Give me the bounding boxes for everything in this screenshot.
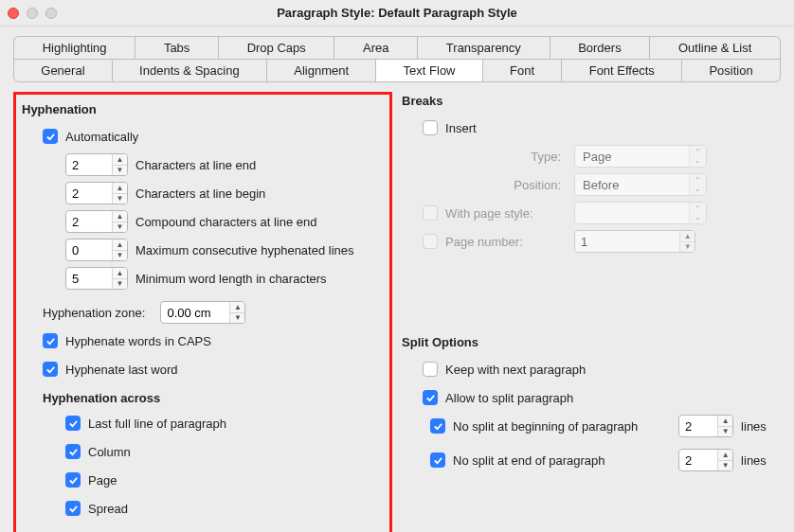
chars-line-end-spinner[interactable]: ▲▼ [65,153,128,176]
break-type-label: Type: [445,150,567,164]
hyphenation-across-heading: Hyphenation across [22,391,384,405]
step-up-icon[interactable]: ▲ [680,231,695,242]
keep-with-next-label: Keep with next paragraph [445,363,586,377]
across-page-label: Page [88,473,117,488]
step-up-icon[interactable]: ▲ [113,239,127,251]
with-page-style-label: With page style: [445,206,567,221]
compound-chars-label: Compound characters at line end [135,215,317,229]
across-spread-checkbox[interactable] [65,501,81,516]
tab-position[interactable]: Position [682,59,781,82]
chars-line-begin-input[interactable] [66,183,112,204]
chars-line-begin-label: Characters at line begin [135,186,265,201]
max-consecutive-spinner[interactable]: ▲▼ [65,239,128,261]
tab-outline-list[interactable]: Outline & List [650,36,781,59]
with-page-style-value [575,203,689,223]
tabs-row-1: Highlighting Tabs Drop Caps Area Transpa… [13,36,781,59]
tab-highlighting[interactable]: Highlighting [13,36,135,59]
min-word-input[interactable] [66,268,112,289]
step-down-icon[interactable]: ▼ [113,251,127,261]
step-down-icon[interactable]: ▼ [113,222,127,233]
step-up-icon[interactable]: ▲ [718,416,732,427]
window-traffic-lights [8,8,57,19]
max-consecutive-label: Maximum consecutive hyphenated lines [135,243,354,257]
no-split-begin-spinner[interactable]: ▲▼ [678,415,733,437]
across-last-full-line-checkbox[interactable] [65,416,81,431]
insert-break-checkbox[interactable] [423,120,438,135]
step-up-icon[interactable]: ▲ [113,183,127,194]
chars-line-end-label: Characters at line end [135,158,256,172]
automatically-checkbox[interactable] [43,129,58,144]
hyphenate-last-word-checkbox[interactable] [43,362,58,377]
no-split-end-label: No split at end of paragraph [453,453,671,468]
hyphenation-zone-label: Hyphenation zone: [43,306,145,320]
page-number-input[interactable] [575,231,679,252]
tab-text-flow[interactable]: Text Flow [376,59,482,82]
chevron-updown-icon: ⌃⌄ [689,174,706,195]
no-split-begin-unit: lines [741,419,767,434]
tab-tabs[interactable]: Tabs [135,36,219,59]
tab-transparency[interactable]: Transparency [418,36,550,59]
max-consecutive-input[interactable] [66,239,112,260]
break-position-label: Position: [445,178,567,192]
chevron-updown-icon: ⌃⌄ [689,146,706,167]
step-down-icon[interactable]: ▼ [113,279,127,290]
step-up-icon[interactable]: ▲ [113,211,127,222]
across-page-checkbox[interactable] [65,472,81,488]
step-down-icon[interactable]: ▼ [718,427,732,437]
with-page-style-checkbox[interactable] [423,205,438,221]
min-word-label: Minimum word length in characters [135,272,327,286]
tab-general[interactable]: General [13,59,113,82]
break-type-value: Page [575,146,689,167]
hyphenate-last-word-label: Hyphenate last word [65,363,178,377]
breaks-heading: Breaks [402,94,781,108]
across-spread-label: Spread [88,502,128,516]
no-split-end-spinner[interactable]: ▲▼ [678,449,733,471]
compound-chars-input[interactable] [66,211,112,232]
tab-area[interactable]: Area [334,36,418,59]
allow-split-label: Allow to split paragraph [445,391,573,405]
no-split-begin-checkbox[interactable] [430,418,445,434]
step-up-icon[interactable]: ▲ [230,302,244,313]
tab-alignment[interactable]: Alignment [267,59,376,82]
page-number-checkbox[interactable] [423,234,438,249]
no-split-end-input[interactable] [679,450,717,470]
break-type-combo[interactable]: Page ⌃⌄ [574,145,707,168]
step-down-icon[interactable]: ▼ [113,166,127,176]
hyphenation-zone-spinner[interactable]: ▲▼ [160,301,245,324]
step-down-icon[interactable]: ▼ [230,313,244,324]
break-position-combo[interactable]: Before ⌃⌄ [574,173,707,196]
across-column-label: Column [88,445,131,459]
tab-borders[interactable]: Borders [550,36,651,59]
tab-indents-spacing[interactable]: Indents & Spacing [113,59,267,82]
with-page-style-combo[interactable]: ⌃⌄ [574,202,707,224]
close-window-icon[interactable] [8,8,19,19]
step-down-icon[interactable]: ▼ [680,242,695,253]
hyphenation-heading: Hyphenation [22,102,384,116]
hyphenation-zone-input[interactable] [161,302,229,323]
step-up-icon[interactable]: ▲ [718,450,732,461]
page-number-spinner[interactable]: ▲▼ [574,230,695,253]
step-up-icon[interactable]: ▲ [113,268,127,279]
keep-with-next-checkbox[interactable] [423,362,438,377]
step-down-icon[interactable]: ▼ [113,194,127,204]
chars-line-begin-spinner[interactable]: ▲▼ [65,182,128,204]
chars-line-end-input[interactable] [66,154,112,175]
min-word-spinner[interactable]: ▲▼ [65,267,128,290]
no-split-begin-input[interactable] [679,416,717,436]
no-split-end-unit: lines [741,453,767,468]
tabs-row-2: General Indents & Spacing Alignment Text… [13,59,781,82]
across-column-checkbox[interactable] [65,444,81,459]
no-split-end-checkbox[interactable] [430,452,445,468]
hyphenate-caps-checkbox[interactable] [43,333,58,348]
tab-font[interactable]: Font [483,59,563,82]
minimize-window-icon [27,8,38,19]
tab-font-effects[interactable]: Font Effects [562,59,682,82]
allow-split-checkbox[interactable] [423,390,438,405]
window-title: Paragraph Style: Default Paragraph Style [0,6,794,20]
tab-drop-caps[interactable]: Drop Caps [219,36,334,59]
step-up-icon[interactable]: ▲ [113,154,127,166]
page-number-label: Page number: [445,235,567,249]
split-options-heading: Split Options [402,335,781,349]
compound-chars-spinner[interactable]: ▲▼ [65,210,128,233]
step-down-icon[interactable]: ▼ [718,461,732,471]
